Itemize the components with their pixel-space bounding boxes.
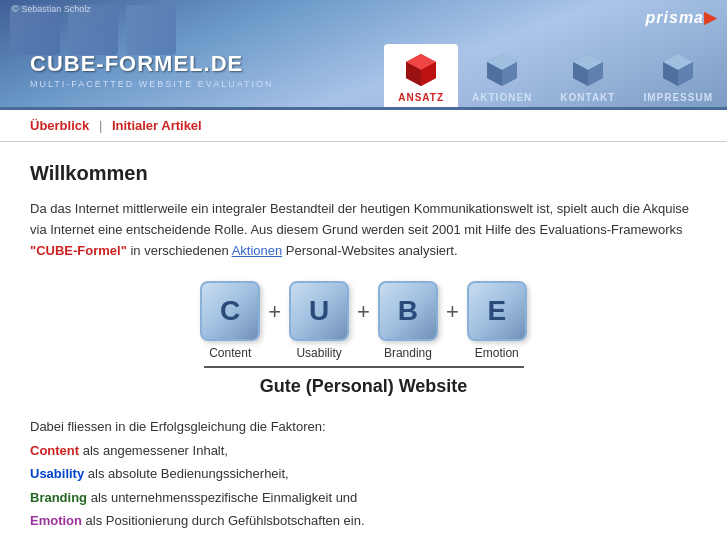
aktionen-cube-icon <box>483 50 521 88</box>
formula-letter-e: E <box>487 295 506 327</box>
ansatz-cube-icon <box>402 50 440 88</box>
formula-underline <box>204 366 524 368</box>
intro-paragraph: Da das Internet mittlerweile ein integra… <box>30 199 697 261</box>
impressum-cube-icon <box>659 50 697 88</box>
intro-text-mid: in verschiedenen <box>127 243 232 258</box>
nav-aktionen[interactable]: AKTIONEN <box>458 44 546 107</box>
factor-branding-label: Branding <box>30 490 87 505</box>
formula-b: B Branding <box>378 281 438 360</box>
good-website-label: Gute (Personal) Website <box>30 376 697 397</box>
page-title: Willkommen <box>30 162 697 185</box>
formula-box-e: E <box>467 281 527 341</box>
author-text: © Sebastian Scholz <box>12 4 91 14</box>
formula-box-b: B <box>378 281 438 341</box>
formula-plus-1: + <box>260 299 289 343</box>
prisma-text: prisma <box>646 9 704 26</box>
nav-impressum[interactable]: IMPRESSUM <box>629 44 727 107</box>
formula-u: U Usability <box>289 281 349 360</box>
breadcrumb-overview[interactable]: Überblick <box>30 118 89 133</box>
nav-kontakt-label: KONTAKT <box>560 92 615 103</box>
prisma-arrow: ▶ <box>704 9 717 26</box>
deco-box-3 <box>126 5 176 55</box>
navigation: ANSATZ AKTIONEN KONTAKT <box>384 44 727 107</box>
nav-ansatz[interactable]: ANSATZ <box>384 44 458 107</box>
nav-kontakt[interactable]: KONTAKT <box>546 44 629 107</box>
intro-text-end: Personal-Websites analysiert. <box>282 243 457 258</box>
formula-box-u: U <box>289 281 349 341</box>
header: © Sebastian Scholz prisma▶ CUBE-FORMEL.D… <box>0 0 727 110</box>
formula-letter-c: C <box>220 295 240 327</box>
factor-content-label: Content <box>30 443 79 458</box>
breadcrumb-separator: | <box>99 118 102 133</box>
factor-usability-label: Usability <box>30 466 84 481</box>
factors-section: Dabei fliessen in die Erfolgsgleichung d… <box>30 415 697 532</box>
site-subtitle: MULTI-FACETTED WEBSITE EVALUATION <box>30 79 274 89</box>
nav-impressum-label: IMPRESSUM <box>643 92 713 103</box>
cube-formula: C Content + U Usability + B Branding + <box>30 281 697 360</box>
formula-e: E Emotion <box>467 281 527 360</box>
formula-container: C Content + U Usability + B Branding + <box>30 281 697 397</box>
formula-box-c: C <box>200 281 260 341</box>
formula-label-branding: Branding <box>384 346 432 360</box>
nav-ansatz-label: ANSATZ <box>398 92 444 103</box>
site-logo: CUBE-FORMEL.DE MULTI-FACETTED WEBSITE EV… <box>30 51 274 89</box>
factor-branding-text: als unternehmensspezifische Einmaligkeit… <box>87 490 357 505</box>
formula-c: C Content <box>200 281 260 360</box>
formula-label-content: Content <box>209 346 251 360</box>
intro-aktionen-link[interactable]: Aktionen <box>232 243 283 258</box>
factor-emotion-text: als Positionierung durch Gefühlsbotschaf… <box>82 513 365 528</box>
breadcrumb: Überblick | Initialer Artikel <box>0 110 727 142</box>
intro-brand: "CUBE-Formel" <box>30 243 127 258</box>
factor-emotion-label: Emotion <box>30 513 82 528</box>
main-content: Willkommen Da das Internet mittlerweile … <box>0 142 727 545</box>
factor-content-text: als angemessener Inhalt, <box>79 443 228 458</box>
factor-usability-text: als absolute Bedienungssicherheit, <box>84 466 289 481</box>
formula-label-usability: Usability <box>296 346 341 360</box>
intro-text-before: Da das Internet mittlerweile ein integra… <box>30 201 689 237</box>
formula-plus-3: + <box>438 299 467 343</box>
factors-intro: Dabei fliessen in die Erfolgsgleichung d… <box>30 419 326 434</box>
kontakt-cube-icon <box>569 50 607 88</box>
formula-letter-b: B <box>398 295 418 327</box>
breadcrumb-article[interactable]: Initialer Artikel <box>112 118 202 133</box>
site-title: CUBE-FORMEL.DE <box>30 51 274 77</box>
formula-label-emotion: Emotion <box>475 346 519 360</box>
formula-plus-2: + <box>349 299 378 343</box>
formula-letter-u: U <box>309 295 329 327</box>
prisma-logo: prisma▶ <box>646 8 717 27</box>
nav-aktionen-label: AKTIONEN <box>472 92 532 103</box>
